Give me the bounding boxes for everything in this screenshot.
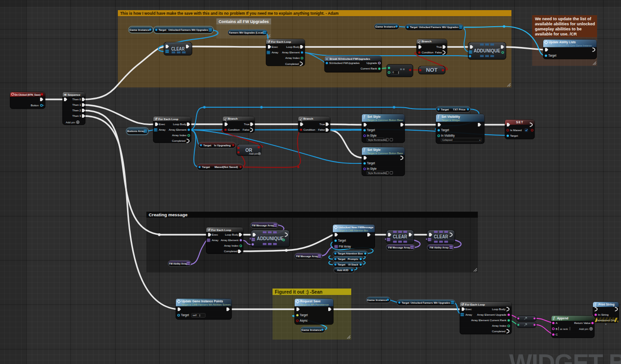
svg-text:Completed: Completed bbox=[172, 139, 186, 142]
svg-text:Farmers Wit Upgrades (Local): Farmers Wit Upgrades (Local) bbox=[229, 31, 264, 34]
svg-text:gameplay abilities to be: gameplay abilities to be bbox=[535, 27, 582, 31]
svg-text:Array Index: Array Index bbox=[285, 56, 300, 59]
svg-text:0: 0 bbox=[393, 71, 394, 74]
svg-text:Target is CMB Farmers Wit Abil: Target is CMB Farmers Wit Abilities Scre… bbox=[181, 303, 231, 306]
svg-text:ADDUNIQUE: ADDUNIQUE bbox=[257, 236, 284, 241]
svg-text:available abilities for unlock: available abilities for unlocked bbox=[535, 22, 595, 26]
svg-text:For Each Loop: For Each Loop bbox=[465, 303, 485, 306]
svg-text:Target: Target bbox=[203, 144, 212, 147]
svg-text:∨: ∨ bbox=[382, 172, 383, 174]
svg-text:OR: OR bbox=[245, 147, 252, 153]
svg-text:Branch: Branch bbox=[422, 40, 432, 43]
svg-text:Array: Array bbox=[272, 51, 279, 54]
svg-text:Unlocked Farmers Wit Upgrades: Unlocked Farmers Wit Upgrades bbox=[419, 26, 458, 29]
svg-text:Style Runtime Styl: Style Runtime Styl bbox=[368, 139, 387, 141]
svg-text:Return Value: Return Value bbox=[574, 321, 591, 324]
svg-text:Array Index: Array Index bbox=[224, 244, 238, 247]
svg-text:Update Game Instance Points: Update Game Instance Points bbox=[181, 300, 223, 303]
svg-text:Then 0: Then 0 bbox=[72, 98, 81, 101]
svg-text:Current Rank: Current Rank bbox=[360, 67, 377, 70]
svg-text:Array Index: Array Index bbox=[492, 324, 506, 327]
svg-text:Set Style: Set Style bbox=[367, 148, 381, 152]
svg-text:Add pin: Add pin bbox=[66, 121, 75, 124]
svg-text:Loop Body: Loop Body bbox=[225, 233, 239, 236]
svg-text:Target: Target bbox=[202, 166, 210, 168]
svg-text:For Each Loop: For Each Loop bbox=[211, 228, 232, 231]
svg-text:Array Element: Array Element bbox=[221, 238, 238, 242]
svg-text:Game Instance: Game Instance bbox=[375, 25, 396, 28]
svg-text:This is how I would have make: This is how I would have make the save w… bbox=[120, 11, 338, 16]
svg-text:In Style: In Style bbox=[367, 167, 377, 171]
svg-text:Set Visibility: Set Visibility bbox=[441, 115, 460, 119]
svg-text:Figured it out :) -Sean: Figured it out :) -Sean bbox=[275, 289, 322, 295]
svg-text:Target: Target bbox=[410, 26, 418, 29]
svg-text:Array Element Current Rank: Array Element Current Rank bbox=[471, 318, 506, 322]
svg-text:Target: Target bbox=[402, 301, 410, 304]
svg-text:We need to update the list of: We need to update the list of bbox=[535, 17, 592, 21]
svg-text:On Clicked (BTN_Save): On Clicked (BTN_Save) bbox=[15, 93, 41, 96]
svg-text:Target is API Persistence: Target is API Persistence bbox=[300, 303, 329, 306]
svg-text:Style Runtime Styl: Style Runtime Styl bbox=[368, 172, 387, 174]
svg-text:C: C bbox=[556, 333, 558, 336]
svg-text:Target is Common Button Base: Target is Common Button Base bbox=[367, 152, 403, 155]
svg-text:Array Element: Array Element bbox=[168, 128, 186, 131]
svg-text:False: False bbox=[318, 128, 325, 131]
svg-text:B: B bbox=[556, 327, 557, 330]
svg-text:Loop Body: Loop Body bbox=[173, 122, 187, 126]
svg-text:Append: Append bbox=[557, 317, 569, 320]
svg-text:In Style: In Style bbox=[367, 134, 377, 138]
svg-text:Branch: Branch bbox=[228, 117, 238, 120]
svg-text:Array Element: Array Element bbox=[282, 51, 300, 54]
svg-text:CLEAR: CLEAR bbox=[393, 234, 407, 239]
svg-text:Target: Target bbox=[181, 313, 189, 317]
svg-text:Exec: Exec bbox=[159, 122, 165, 126]
svg-text:Buttons Array: Buttons Array bbox=[127, 130, 145, 133]
svg-text:Update Ability Lists: Update Ability Lists bbox=[549, 40, 576, 44]
svg-text:Condition: Condition bbox=[228, 128, 240, 131]
svg-text:◂: ◂ bbox=[325, 57, 328, 60]
svg-text:Array: Array bbox=[159, 128, 166, 131]
svg-text:∨: ∨ bbox=[479, 139, 481, 141]
svg-text:Array Element Upgrade: Array Element Upgrade bbox=[477, 313, 506, 316]
svg-text:Completed: Completed bbox=[224, 249, 238, 253]
svg-text:False: False bbox=[243, 128, 250, 131]
svg-text:Print String: Print String bbox=[598, 303, 615, 306]
svg-text:Game Instance: Game Instance bbox=[301, 328, 322, 331]
svg-text:∨: ∨ bbox=[605, 323, 607, 325]
svg-text:Target: Target bbox=[510, 134, 518, 137]
svg-text:Then 1: Then 1 bbox=[72, 103, 81, 106]
svg-text:Target: Target bbox=[367, 128, 375, 132]
svg-text:Exec: Exec bbox=[212, 233, 218, 236]
svg-text:at rank: at rank bbox=[560, 328, 568, 330]
svg-text:Exec: Exec bbox=[272, 45, 278, 48]
svg-text:Target is CMB Attention Box: Target is CMB Attention Box bbox=[338, 229, 368, 232]
svg-text:ADDUNIQUE: ADDUNIQUE bbox=[474, 48, 500, 53]
svg-text:Add pin: Add pin bbox=[249, 152, 258, 155]
svg-text:Array: Array bbox=[212, 238, 219, 242]
svg-text:Loop Body: Loop Body bbox=[492, 307, 506, 311]
svg-text:Is Maxed: Is Maxed bbox=[510, 128, 522, 132]
svg-text:Completed: Completed bbox=[492, 329, 505, 333]
svg-text:Branch: Branch bbox=[303, 117, 313, 120]
svg-text:Unlocked Farmers Wit Upgrades: Unlocked Farmers Wit Upgrades bbox=[168, 29, 208, 31]
svg-text:Maxed(Not Saved): Maxed(Not Saved) bbox=[215, 166, 238, 168]
svg-text:Completed: Completed bbox=[285, 62, 299, 65]
svg-text:Condition: Condition bbox=[303, 128, 315, 131]
svg-text:Upgrade: Upgrade bbox=[366, 62, 377, 64]
svg-text:Game Instance: Game Instance bbox=[129, 28, 150, 31]
svg-text:Sequence: Sequence bbox=[68, 93, 81, 96]
svg-text:Is Upgrading: Is Upgrading bbox=[214, 144, 231, 147]
svg-text:Target: Target bbox=[300, 313, 308, 317]
svg-text:Async: Async bbox=[300, 319, 308, 323]
svg-text:SET: SET bbox=[516, 121, 523, 124]
svg-text:Creating message: Creating message bbox=[149, 212, 188, 217]
svg-text:FW Message Array: FW Message Array bbox=[252, 224, 274, 227]
svg-text:NOT: NOT bbox=[426, 67, 438, 73]
svg-text:Target: Target bbox=[338, 263, 346, 266]
svg-text:Target: Target bbox=[159, 29, 167, 31]
svg-text:Request Save: Request Save bbox=[300, 300, 321, 303]
svg-text:True: True bbox=[436, 45, 442, 48]
svg-text:True: True bbox=[244, 122, 250, 126]
svg-text:Unlocked New FWMessage: Unlocked New FWMessage bbox=[338, 226, 374, 229]
svg-text:⇉: ⇉ bbox=[64, 93, 67, 96]
